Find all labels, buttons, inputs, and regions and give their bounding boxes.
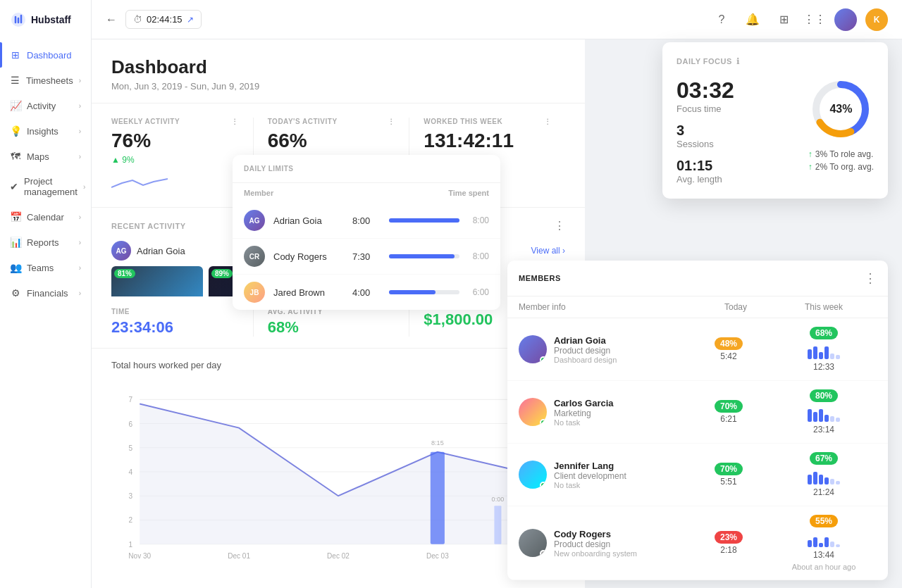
dl-avatar: JB [244,282,265,303]
today-time: 2:18 [720,545,736,555]
timer-value: 02:44:15 [147,14,183,25]
sidebar-item-project-management[interactable]: ✔ Project management › [0,169,91,204]
dl-time: 7:30 [352,251,381,262]
sidebar-item-dashboard[interactable]: ⊞ Dashboard [0,42,91,68]
more-icon[interactable]: ⋮ [231,118,239,125]
reports-icon: 📊 [10,237,21,248]
sessions-label: Sessions [676,139,794,149]
sidebar-item-calendar[interactable]: 📅 Calendar › [0,204,91,230]
member-role: Marketing [554,408,686,418]
week-time: 13:44 [813,550,834,560]
activity-badge: 81% [114,269,135,278]
sidebar-item-label: Timesheets [26,75,73,86]
member-avatar-cg [519,398,547,426]
top-bar: ← ⏱ 02:44:15 ↗ ? 🔔 ⊞ ⋮⋮ K [92,0,902,39]
sidebar-item-activity[interactable]: 📈 Activity › [0,93,91,118]
insights-icon: 💡 [10,125,21,137]
sidebar-logo[interactable]: Hubstaff [0,0,91,39]
apps-button[interactable]: ⋮⋮ [803,8,826,31]
bar [808,540,812,547]
notifications-button[interactable]: 🔔 [741,8,764,31]
more-icon[interactable]: ⋮ [388,118,395,125]
more-button[interactable]: ⋮ [554,219,565,232]
chart-title: Total hours worked per day [111,360,565,370]
svg-text:5: 5 [129,444,133,452]
week-badge: 80% [810,389,838,402]
account-avatar[interactable]: K [865,8,888,31]
chevron-icon: › [79,127,81,135]
sessions-count: 3 [676,123,794,139]
bar [813,346,817,359]
sidebar-item-insights[interactable]: 💡 Insights › [0,118,91,144]
member-role: Product design [554,539,686,549]
member-name: Carlos Garcia [554,398,686,408]
today-badge: 23% [715,531,743,544]
sidebar-item-teams[interactable]: 👥 Teams › [0,255,91,280]
expand-icon[interactable]: ↗ [187,15,194,25]
member-row-jl: Jennifer Lang Client development No task… [507,444,888,506]
today-time: 5:42 [720,351,736,361]
more-icon[interactable]: ⋮ [544,118,552,125]
dl-name: Cody Rogers [273,251,344,262]
member-task: New onboarding system [554,549,686,558]
mini-chart [111,168,239,193]
stat-label: WEEKLY ACTIVITY ⋮ [111,118,239,125]
view-all-link[interactable]: View all › [531,246,565,256]
back-button[interactable]: ← [106,13,117,26]
timer-badge[interactable]: ⏱ 02:44:15 ↗ [125,10,202,29]
stat-value: 131:42:11 [424,130,551,152]
chevron-icon: › [79,77,81,85]
sidebar-item-maps[interactable]: 🗺 Maps › [0,144,91,169]
sidebar-item-financials[interactable]: ⚙ Financials › [0,280,91,306]
svg-text:8:15: 8:15 [431,439,444,446]
up-arrow-icon: ↑ [808,149,813,159]
svg-text:Dec 03: Dec 03 [426,552,449,560]
dl-row-jb: JB Jared Brown 4:00 6:00 [233,274,500,310]
app-name: Hubstaff [31,14,71,25]
df-time: 03:32 [676,77,794,104]
today-badge: 70% [715,400,743,413]
help-icon-button[interactable]: ? [710,8,733,31]
up-arrow-icon: ↑ [808,162,813,172]
grid-button[interactable]: ⊞ [772,8,795,31]
dashboard-title: Dashboard [111,56,565,78]
dl-bar [389,290,435,294]
svg-text:Dec 01: Dec 01 [228,552,250,560]
sidebar-item-reports[interactable]: 📊 Reports › [0,230,91,255]
comp-role-text: 3% To role avg. [815,149,874,159]
week-time: 12:33 [813,362,834,372]
today-badge: 70% [715,463,743,475]
chevron-icon: › [79,153,81,161]
member-avatar-jl [519,461,547,489]
members-panel: MEMBERS ⋮ Member info Today This week Ad… [507,261,888,580]
avatar-initials: K [874,15,880,25]
bar [824,415,829,422]
sidebar-item-label: Project management [24,176,78,197]
sidebar-item-label: Reports [27,237,59,248]
mini-bar-chart [808,405,840,422]
week-badge: 67% [810,452,838,465]
sidebar-navigation: ⊞ Dashboard ☰ Timesheets › 📈 Activity › … [0,42,91,306]
mini-bar-chart [808,530,840,547]
df-left: 03:32 Focus time 3 Sessions 01:15 Avg. l… [676,77,794,184]
svg-text:0:00: 0:00 [492,496,505,503]
sidebar-item-label: Insights [27,126,58,137]
dl-bar-container [389,290,459,294]
main-content: ← ⏱ 02:44:15 ↗ ? 🔔 ⊞ ⋮⋮ K Dashboard Mon,… [92,0,902,588]
user-avatar[interactable] [834,8,857,31]
member-role: Client development [554,471,686,481]
sidebar-item-timesheets[interactable]: ☰ Timesheets › [0,68,91,93]
members-title: MEMBERS [519,274,561,282]
svg-text:7: 7 [129,396,133,404]
sidebar-item-label: Financials [27,288,68,299]
today-time: 5:51 [720,477,736,487]
member-row-ag: Adrian Goia Product design Dashboard des… [507,318,888,381]
member-today-cg: 70% 6:21 [693,400,764,424]
chevron-icon: › [79,289,81,297]
svg-rect-21 [431,452,445,544]
maps-icon: 🗺 [10,151,21,162]
bar [808,349,812,359]
chevron-icon: › [83,183,85,191]
members-more-button[interactable]: ⋮ [864,270,877,286]
calendar-icon: 📅 [10,211,21,223]
